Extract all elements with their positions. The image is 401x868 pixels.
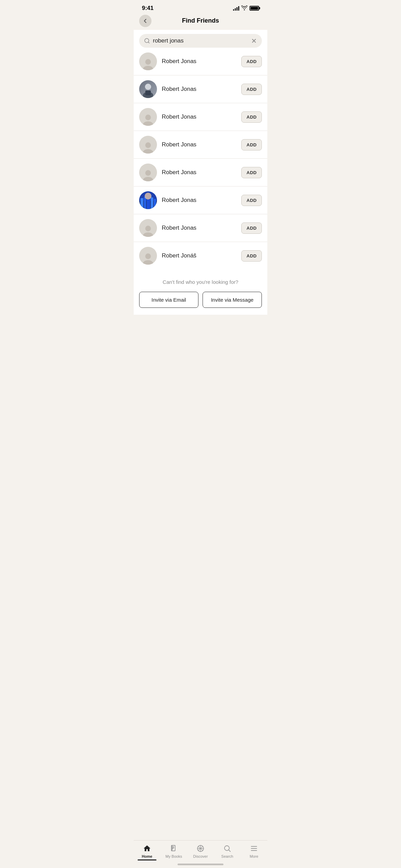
result-name: Robert Jonas	[162, 86, 236, 93]
avatar	[139, 108, 157, 126]
result-name: Robert Jonas	[162, 225, 236, 231]
avatar	[139, 219, 157, 237]
svg-point-24	[143, 232, 153, 237]
back-button[interactable]	[139, 15, 151, 27]
add-friend-button[interactable]: ADD	[241, 139, 262, 150]
add-friend-button[interactable]: ADD	[241, 250, 262, 262]
search-container	[134, 30, 267, 48]
result-name: Robert Jonas	[162, 141, 236, 148]
cant-find-text: Can't find who you're looking for?	[139, 279, 262, 285]
avatar	[139, 136, 157, 154]
svg-rect-21	[154, 199, 156, 209]
svg-line-1	[148, 42, 149, 43]
svg-point-10	[143, 121, 153, 126]
add-friend-button[interactable]: ADD	[241, 222, 262, 234]
avatar	[139, 164, 157, 181]
result-name: Robert Jonas	[162, 169, 236, 176]
status-bar: 9:41	[134, 0, 267, 14]
svg-point-12	[143, 149, 153, 154]
add-friend-button[interactable]: ADD	[241, 84, 262, 95]
list-item: Robert JonášADD	[134, 242, 267, 269]
list-item: Robert JonasADD	[134, 103, 267, 131]
result-name: Robert Jonas	[162, 58, 236, 65]
result-name: Robert Jonas	[162, 197, 236, 204]
avatar	[139, 191, 157, 209]
cant-find-section: Can't find who you're looking for? Invit…	[134, 269, 267, 315]
nav-header: Find Friends	[134, 14, 267, 30]
clear-button[interactable]	[251, 38, 257, 44]
svg-point-11	[145, 142, 151, 148]
list-item: Robert JonasADD	[134, 48, 267, 75]
invite-buttons: Invite via Email Invite via Message	[139, 292, 262, 308]
result-name: Robert Jonáš	[162, 252, 236, 259]
add-friend-button[interactable]: ADD	[241, 56, 262, 67]
search-input[interactable]	[153, 37, 248, 44]
list-item: Robert JonasADD	[134, 186, 267, 214]
svg-point-5	[143, 66, 153, 70]
avatar	[139, 80, 157, 98]
list-item: Robert JonasADD	[134, 75, 267, 103]
list-item: Robert JonasADD	[134, 159, 267, 186]
search-icon	[144, 38, 150, 44]
svg-point-23	[145, 226, 151, 231]
page-title: Find Friends	[182, 17, 219, 24]
svg-rect-19	[147, 200, 150, 209]
main-content: Robert JonasADD Robert JonasADD Robert J…	[134, 30, 267, 349]
add-friend-button[interactable]: ADD	[241, 111, 262, 123]
svg-rect-17	[141, 198, 143, 209]
svg-point-9	[145, 114, 151, 120]
result-name: Robert Jonas	[162, 113, 236, 120]
svg-rect-20	[151, 197, 153, 209]
add-friend-button[interactable]: ADD	[241, 167, 262, 178]
search-bar	[139, 34, 262, 48]
results-list: Robert JonasADD Robert JonasADD Robert J…	[134, 48, 267, 269]
battery-icon	[250, 6, 259, 11]
svg-point-13	[145, 170, 151, 176]
invite-message-button[interactable]: Invite via Message	[203, 292, 262, 308]
add-friend-button[interactable]: ADD	[241, 195, 262, 206]
svg-point-6	[145, 84, 151, 90]
svg-point-22	[145, 193, 151, 200]
svg-rect-8	[145, 91, 151, 95]
status-time: 9:41	[142, 5, 154, 12]
status-icons	[233, 5, 259, 11]
list-item: Robert JonasADD	[134, 131, 267, 159]
invite-email-button[interactable]: Invite via Email	[139, 292, 198, 308]
signal-icon	[233, 6, 239, 11]
svg-point-26	[143, 260, 153, 265]
avatar	[139, 247, 157, 265]
svg-point-25	[145, 253, 151, 259]
wifi-icon	[241, 5, 247, 11]
list-item: Robert JonasADD	[134, 214, 267, 242]
svg-point-14	[143, 177, 153, 181]
svg-rect-18	[144, 197, 146, 209]
svg-point-4	[145, 59, 151, 64]
avatar	[139, 52, 157, 70]
